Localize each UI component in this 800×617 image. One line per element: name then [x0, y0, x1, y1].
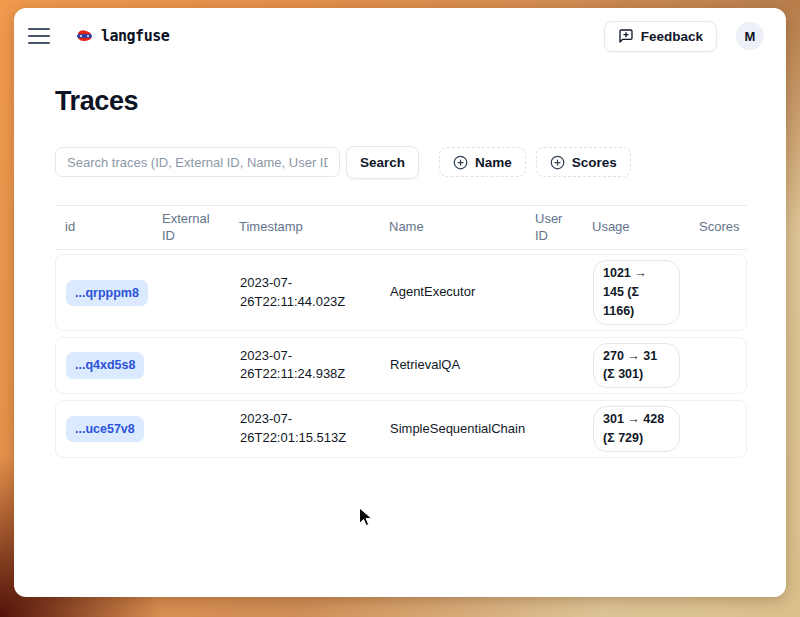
table-row[interactable]: ...q4xd5s8 2023-07-26T22:11:24.938Z Retr…: [55, 337, 747, 395]
feedback-label: Feedback: [641, 29, 703, 44]
avatar-initial: M: [745, 29, 756, 44]
traces-table: id External ID Timestamp Name User ID Us…: [55, 205, 747, 458]
scores-cell: [690, 288, 746, 298]
search-button-label: Search: [360, 155, 405, 170]
brand[interactable]: langfuse: [76, 27, 169, 45]
brand-wordmark: langfuse: [101, 27, 169, 45]
feedback-button[interactable]: Feedback: [604, 21, 717, 52]
trace-id-link[interactable]: ...q4xd5s8: [66, 352, 144, 378]
trace-id-link[interactable]: ...qrpppm8: [66, 280, 148, 306]
name-cell: SimpleSequentialChain: [380, 415, 526, 444]
filter-name-label: Name: [475, 155, 512, 170]
col-header-external-id: External ID: [152, 209, 229, 247]
main-content: Traces Search Name Scores id: [14, 87, 786, 458]
top-bar: langfuse Feedback M: [14, 8, 786, 64]
table-row[interactable]: ...uce57v8 2023-07-26T22:01:15.513Z Simp…: [55, 400, 747, 458]
search-input[interactable]: [55, 147, 340, 177]
table-row[interactable]: ...qrpppm8 2023-07-26T22:11:44.023Z Agen…: [55, 254, 747, 330]
search-row: Search Name Scores: [55, 146, 747, 179]
table-header: id External ID Timestamp Name User ID Us…: [55, 205, 747, 251]
plus-circle-icon: [550, 155, 565, 170]
col-header-name: Name: [379, 217, 525, 238]
page-title: Traces: [55, 87, 747, 117]
name-cell: AgentExecutor: [380, 278, 526, 307]
filter-scores-label: Scores: [572, 155, 617, 170]
timestamp-cell: 2023-07-26T22:01:15.513Z: [230, 405, 380, 453]
name-cell: RetrievalQA: [380, 351, 526, 380]
col-header-id: id: [55, 217, 152, 238]
menu-icon[interactable]: [28, 28, 50, 44]
col-header-usage: Usage: [582, 217, 689, 238]
plus-circle-icon: [453, 155, 468, 170]
scores-cell: [690, 360, 746, 370]
external-id-cell: [153, 288, 230, 298]
message-plus-icon: [618, 28, 634, 44]
user-id-cell: [526, 360, 583, 370]
user-id-cell: [526, 288, 583, 298]
scores-cell: [690, 424, 746, 434]
col-header-scores: Scores: [689, 217, 749, 238]
search-button[interactable]: Search: [346, 146, 419, 179]
langfuse-logo-icon: [76, 29, 93, 43]
col-header-user-id: User ID: [525, 209, 582, 247]
timestamp-cell: 2023-07-26T22:11:24.938Z: [230, 342, 380, 390]
usage-badge: 301 → 428 (Σ 729): [593, 406, 680, 452]
avatar[interactable]: M: [736, 22, 764, 50]
app-window: langfuse Feedback M Traces Search Na: [14, 8, 786, 597]
usage-badge: 1021 → 145 (Σ 1166): [593, 260, 680, 324]
timestamp-cell: 2023-07-26T22:11:44.023Z: [230, 269, 380, 317]
external-id-cell: [153, 360, 230, 370]
usage-badge: 270 → 31 (Σ 301): [593, 343, 680, 389]
user-id-cell: [526, 424, 583, 434]
col-header-timestamp: Timestamp: [229, 217, 379, 238]
external-id-cell: [153, 424, 230, 434]
filter-scores-button[interactable]: Scores: [536, 147, 631, 177]
filter-name-button[interactable]: Name: [439, 147, 526, 177]
trace-id-link[interactable]: ...uce57v8: [66, 416, 144, 442]
